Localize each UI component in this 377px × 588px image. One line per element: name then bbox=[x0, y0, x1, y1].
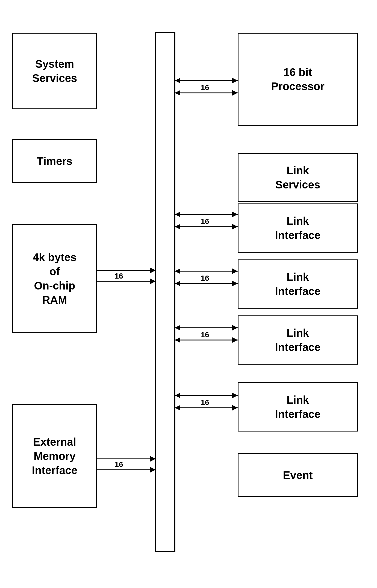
link-interface-2-label: LinkInterface bbox=[275, 270, 321, 298]
svg-marker-38 bbox=[175, 325, 180, 330]
event-label: Event bbox=[283, 468, 313, 482]
svg-marker-24 bbox=[175, 212, 180, 217]
external-memory-box: ExternalMemoryInterface bbox=[12, 404, 97, 508]
link-interface-1-box: LinkInterface bbox=[238, 203, 358, 253]
processor-box: 16 bitProcessor bbox=[238, 33, 358, 126]
link-interface-3-label: LinkInterface bbox=[275, 326, 321, 354]
event-box: Event bbox=[238, 453, 358, 497]
svg-text:16: 16 bbox=[201, 330, 209, 339]
svg-text:16: 16 bbox=[114, 272, 123, 280]
processor-label: 16 bitProcessor bbox=[271, 65, 325, 93]
link-services-label: LinkServices bbox=[275, 163, 320, 192]
svg-marker-45 bbox=[175, 393, 180, 398]
ram-label: 4k bytesofOn-chipRAM bbox=[33, 250, 76, 307]
svg-marker-27 bbox=[232, 224, 238, 229]
svg-marker-37 bbox=[232, 325, 238, 330]
svg-marker-30 bbox=[232, 268, 238, 274]
link-interface-1-label: LinkInterface bbox=[275, 214, 321, 242]
link-interface-2-box: LinkInterface bbox=[238, 259, 358, 309]
svg-marker-26 bbox=[175, 224, 180, 229]
svg-marker-17 bbox=[175, 78, 180, 83]
ram-box: 4k bytesofOn-chipRAM bbox=[12, 224, 97, 333]
svg-marker-47 bbox=[175, 405, 180, 410]
external-memory-label: ExternalMemoryInterface bbox=[32, 435, 78, 477]
timers-box: Timers bbox=[12, 139, 97, 183]
svg-marker-23 bbox=[232, 212, 238, 217]
svg-marker-40 bbox=[175, 337, 180, 343]
system-services-box: System Services bbox=[12, 33, 97, 109]
link-interface-3-box: LinkInterface bbox=[238, 315, 358, 365]
svg-text:16: 16 bbox=[114, 460, 123, 469]
svg-marker-6 bbox=[150, 279, 156, 284]
timers-label: Timers bbox=[37, 154, 72, 168]
svg-marker-16 bbox=[232, 78, 238, 83]
svg-marker-9 bbox=[150, 456, 156, 462]
svg-marker-48 bbox=[232, 405, 238, 410]
svg-marker-44 bbox=[232, 393, 238, 398]
svg-marker-33 bbox=[175, 281, 180, 286]
svg-marker-19 bbox=[175, 90, 180, 96]
svg-rect-0 bbox=[156, 33, 175, 552]
svg-marker-31 bbox=[175, 268, 180, 274]
svg-marker-20 bbox=[232, 90, 238, 96]
link-interface-4-label: LinkInterface bbox=[275, 393, 321, 421]
svg-text:16: 16 bbox=[201, 83, 209, 92]
diagram-container: 16 16 16 16 16 bbox=[0, 0, 377, 588]
system-services-label: System Services bbox=[13, 57, 96, 85]
svg-text:16: 16 bbox=[201, 398, 209, 407]
svg-marker-13 bbox=[150, 467, 156, 472]
link-services-box: LinkServices bbox=[238, 153, 358, 202]
svg-marker-34 bbox=[232, 281, 238, 286]
svg-marker-2 bbox=[150, 268, 156, 273]
link-interface-4-box: LinkInterface bbox=[238, 382, 358, 432]
svg-marker-41 bbox=[232, 337, 238, 343]
svg-text:16: 16 bbox=[201, 217, 209, 226]
svg-text:16: 16 bbox=[201, 274, 209, 282]
